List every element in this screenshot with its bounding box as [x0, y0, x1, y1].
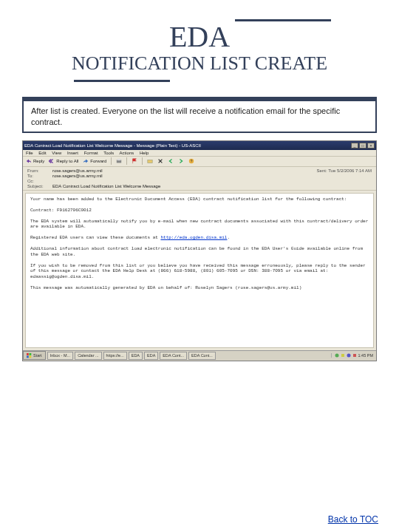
- task-item[interactable]: EDA Cont...: [160, 352, 187, 360]
- toolbar: Reply Reply to All Forward ?: [23, 157, 376, 167]
- subject-value: EDA Contract Load Notification List Welc…: [52, 184, 317, 188]
- menu-actions[interactable]: Actions: [120, 151, 134, 155]
- menu-edit[interactable]: Edit: [38, 151, 46, 155]
- svg-point-9: [335, 354, 338, 358]
- svg-rect-6: [30, 353, 32, 355]
- sent-block: Sent: Tue 5/2/2006 7:14 AM: [317, 168, 372, 173]
- back-to-toc-link[interactable]: Back to TOC: [328, 514, 378, 525]
- to-label: To:: [27, 174, 52, 178]
- menu-tools[interactable]: Tools: [103, 151, 114, 155]
- task-item[interactable]: https://e...: [103, 352, 127, 360]
- from-label: From:: [27, 168, 52, 173]
- maximize-icon[interactable]: □: [359, 143, 366, 149]
- cc-label: Cc:: [27, 179, 52, 183]
- svg-text:?: ?: [191, 160, 193, 163]
- svg-rect-5: [27, 353, 29, 355]
- to-value: rose.sagers@us.army.mil: [52, 174, 317, 178]
- forward-label: Forward: [90, 159, 106, 163]
- email-header: From: rose.sagers@us.army.mil Sent: Tue …: [23, 167, 376, 191]
- tray-icon[interactable]: [347, 353, 351, 358]
- svg-rect-8: [30, 355, 32, 358]
- body-line-3: The EDA system will automatically notify…: [30, 219, 371, 230]
- toolbar-separator: [142, 157, 143, 165]
- task-item[interactable]: Inbox - M...: [47, 352, 74, 360]
- help-icon[interactable]: ?: [188, 158, 194, 164]
- reply-all-label: Reply to All: [56, 159, 78, 163]
- move-icon[interactable]: [147, 158, 153, 164]
- toolbar-separator: [111, 157, 112, 165]
- next-icon[interactable]: [178, 158, 184, 164]
- task-item[interactable]: EDA Cont...: [188, 352, 216, 360]
- body-line-2: Contract: F9162706C0012: [30, 208, 92, 213]
- reply-all-icon: [49, 158, 55, 164]
- svg-rect-7: [27, 355, 29, 358]
- sent-label: Sent:: [317, 168, 327, 173]
- sent-value: Tue 5/2/2006 7:14 AM: [328, 168, 372, 173]
- tray-icon[interactable]: [341, 353, 345, 358]
- close-icon[interactable]: ×: [367, 143, 375, 149]
- menu-insert[interactable]: Insert: [67, 151, 78, 155]
- body-line-1: Your name has been added to the Electron…: [30, 197, 347, 202]
- tray-icon[interactable]: [352, 353, 357, 358]
- body-line-6: If you wish to be removed from this list…: [30, 263, 368, 279]
- window-title: EDA Contract Load Notification List Welc…: [24, 143, 201, 148]
- window-titlebar: EDA Contract Load Notification List Welc…: [23, 141, 376, 150]
- taskbar: Start Inbox - M... Calendar ... https://…: [23, 350, 376, 361]
- body-line-7: This message was automatically generated…: [30, 285, 301, 290]
- task-item[interactable]: Calendar ...: [75, 352, 101, 360]
- clock: 1:45 PM: [358, 353, 373, 358]
- title-rule-top: [235, 19, 331, 21]
- toolbar-separator: [126, 157, 127, 165]
- caption-box: After list is created. Everyone on the l…: [22, 97, 377, 133]
- forward-button[interactable]: Forward: [83, 158, 106, 164]
- svg-rect-2: [148, 160, 152, 163]
- delete-icon[interactable]: [157, 158, 163, 164]
- system-tray: 1:45 PM: [331, 353, 376, 358]
- svg-rect-12: [353, 354, 356, 357]
- subject-label: Subject:: [27, 184, 52, 188]
- tray-icon[interactable]: [335, 353, 339, 358]
- email-body: Your name has been added to the Electron…: [25, 193, 374, 348]
- email-screenshot: EDA Contract Load Notification List Welc…: [22, 140, 377, 361]
- title-rule-bottom: [74, 80, 170, 82]
- title-main: EDA: [52, 22, 347, 52]
- minimize-icon[interactable]: _: [351, 143, 358, 149]
- svg-rect-10: [341, 354, 344, 357]
- task-item[interactable]: EDA: [144, 352, 158, 360]
- svg-rect-1: [117, 159, 121, 160]
- flag-icon[interactable]: [132, 158, 137, 164]
- body-line-4-pre: Registered EDA users can view these docu…: [30, 235, 160, 240]
- body-link[interactable]: http://eda.ogden.disa.mil: [160, 235, 227, 240]
- reply-label: Reply: [33, 159, 44, 163]
- start-button[interactable]: Start: [23, 351, 46, 360]
- title-sub: NOTIFICATION LIST CREATE: [52, 53, 347, 73]
- body-line-5: Additional information about contract lo…: [30, 246, 366, 257]
- menu-format[interactable]: Format: [84, 151, 98, 155]
- reply-button[interactable]: Reply: [26, 158, 44, 164]
- menu-view[interactable]: View: [52, 151, 61, 155]
- start-label: Start: [33, 353, 42, 358]
- from-value: rose.sagers@us.army.mil: [52, 168, 317, 173]
- forward-icon: [83, 158, 89, 164]
- svg-point-11: [347, 354, 350, 358]
- menu-help[interactable]: Help: [140, 151, 149, 155]
- prev-icon[interactable]: [168, 158, 174, 164]
- print-icon[interactable]: [116, 158, 122, 164]
- menu-file[interactable]: File: [26, 151, 33, 155]
- cc-value: [52, 179, 317, 183]
- windows-icon: [27, 353, 32, 358]
- reply-all-button[interactable]: Reply to All: [49, 158, 78, 164]
- reply-icon: [26, 158, 32, 164]
- body-line-4-post: .: [227, 235, 230, 240]
- task-item[interactable]: EDA: [129, 352, 143, 360]
- menubar: File Edit View Insert Format Tools Actio…: [23, 150, 376, 157]
